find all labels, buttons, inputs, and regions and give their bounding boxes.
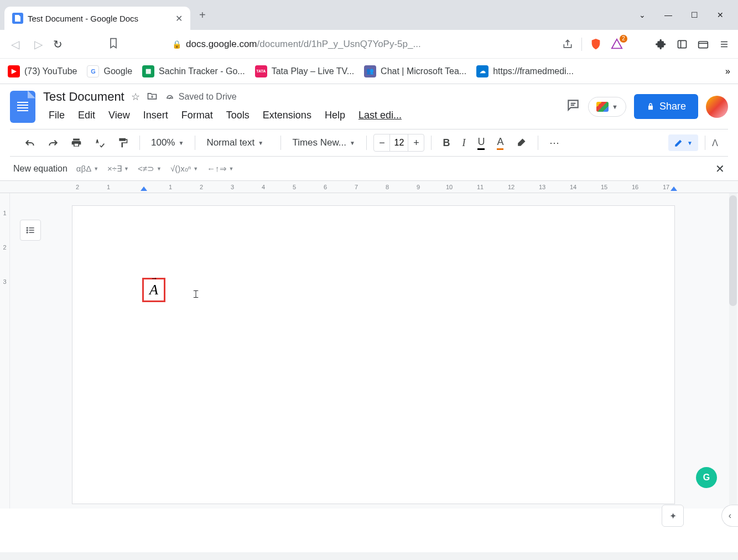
svg-rect-3 — [721, 41, 727, 42]
eq-relations-button[interactable]: <≠⊃ ▼ — [138, 164, 162, 174]
bookmark-teams[interactable]: 👥 Chat | Microsoft Tea... — [364, 65, 466, 77]
docs-logo[interactable] — [10, 91, 35, 123]
grammarly-icon[interactable]: G — [696, 467, 717, 488]
menu-format[interactable]: Format — [176, 107, 219, 123]
eq-greek-button[interactable]: αβΔ ▼ — [76, 164, 98, 173]
active-tab[interactable]: Test Document - Google Docs ✕ — [4, 7, 190, 30]
minimize-icon[interactable]: — — [660, 6, 677, 24]
toolbar: 100% ▼ Normal text ▼ Times New... ▼ − + … — [10, 129, 728, 157]
horizontal-scrollbar[interactable] — [0, 552, 738, 560]
onedrive-icon: ☁ — [476, 65, 488, 77]
font-size-input[interactable] — [389, 134, 408, 151]
outline-button[interactable] — [20, 220, 41, 241]
google-icon: G — [87, 65, 99, 77]
sheets-icon: ▦ — [142, 65, 154, 77]
explore-button[interactable]: ✦ — [662, 505, 684, 527]
menu-help[interactable]: Help — [319, 107, 351, 123]
last-edit-link[interactable]: Last edi... — [353, 107, 407, 123]
eq-operators-button[interactable]: ×÷∃ ▼ — [107, 164, 129, 174]
menu-tools[interactable]: Tools — [221, 107, 255, 123]
youtube-icon: ▶ — [8, 65, 20, 77]
highlight-button[interactable] — [511, 134, 531, 152]
user-avatar[interactable] — [706, 96, 728, 118]
save-status[interactable]: Saved to Drive — [164, 92, 237, 102]
brave-shield-icon[interactable] — [589, 37, 603, 51]
browser-menu-icon[interactable] — [717, 37, 731, 51]
editing-mode-button[interactable]: ▼ — [668, 134, 698, 151]
comments-icon[interactable] — [566, 98, 580, 116]
font-select[interactable]: Times New... ▼ — [288, 135, 360, 151]
share-button[interactable]: Share — [634, 94, 698, 119]
eq-math-button[interactable]: √()x₀ⁿ ▼ — [170, 164, 198, 174]
decrease-font-button[interactable]: − — [374, 134, 389, 151]
share-url-icon[interactable] — [560, 37, 575, 51]
svg-rect-5 — [721, 46, 727, 47]
bookmark-google[interactable]: G Google — [87, 65, 132, 77]
collapse-toolbar-button[interactable]: ᐱ — [712, 138, 718, 148]
undo-button[interactable] — [20, 135, 40, 151]
maximize-icon[interactable]: ☐ — [687, 6, 703, 24]
meet-button[interactable]: ▼ — [588, 97, 626, 117]
chevron-down-icon[interactable]: ⌄ — [635, 6, 650, 24]
close-tab-icon[interactable]: ✕ — [175, 13, 183, 24]
extensions-icon[interactable] — [654, 37, 668, 51]
close-window-icon[interactable]: ✕ — [713, 6, 728, 24]
menu-insert[interactable]: Insert — [138, 107, 174, 123]
sidepanel-icon[interactable] — [675, 37, 689, 51]
text-color-button[interactable]: A — [492, 133, 508, 153]
close-equation-bar-icon[interactable]: ✕ — [715, 162, 725, 175]
equation-object[interactable]: A — [142, 278, 165, 302]
star-icon[interactable]: ☆ — [131, 91, 140, 103]
italic-button[interactable]: I — [458, 134, 470, 152]
print-button[interactable] — [66, 134, 86, 152]
dropdown-arrow-icon: ▼ — [687, 140, 693, 146]
equation-toolbar: New equation αβΔ ▼ ×÷∃ ▼ <≠⊃ ▼ √()x₀ⁿ ▼ … — [0, 157, 738, 181]
bold-button[interactable]: B — [438, 134, 454, 152]
lock-icon — [646, 102, 655, 111]
paint-format-button[interactable] — [113, 134, 133, 152]
bookmark-sachin[interactable]: ▦ Sachin Tracker - Go... — [142, 65, 245, 77]
vertical-scrollbar[interactable] — [729, 193, 737, 509]
redo-button[interactable] — [43, 135, 63, 151]
dropdown-arrow-icon: ▼ — [258, 140, 263, 146]
document-page[interactable]: A 𝙸 — [72, 205, 675, 504]
svg-point-10 — [27, 230, 28, 231]
style-select[interactable]: Normal text ▼ — [202, 135, 274, 151]
browser-tab-bar: Test Document - Google Docs ✕ + ⌄ — ☐ ✕ — [0, 0, 738, 30]
right-indent-marker[interactable] — [671, 186, 677, 191]
increase-font-button[interactable]: + — [408, 134, 424, 151]
wallet-icon[interactable] — [696, 37, 710, 51]
move-icon[interactable] — [147, 91, 158, 103]
menu-extensions[interactable]: Extensions — [257, 107, 317, 123]
horizontal-ruler[interactable]: 2 1 1 2 3 4 5 6 7 8 9 10 11 12 13 14 15 … — [0, 181, 738, 193]
bookmarks-bar: ▶ (73) YouTube G Google ▦ Sachin Tracker… — [0, 59, 738, 84]
reload-button[interactable]: ↻ — [53, 38, 63, 51]
new-tab-button[interactable]: + — [199, 9, 206, 22]
new-equation-label[interactable]: New equation — [13, 164, 67, 174]
more-button[interactable]: ⋯ — [545, 133, 564, 152]
vertical-ruler[interactable]: 1 2 3 — [0, 193, 10, 509]
brave-rewards-icon[interactable]: 2 — [610, 37, 624, 51]
menu-edit[interactable]: Edit — [72, 107, 101, 123]
bookmark-framedmedi[interactable]: ☁ https://framedmedi... — [476, 65, 574, 77]
document-title[interactable]: Test Document — [43, 90, 124, 104]
dropdown-arrow-icon: ▼ — [350, 140, 355, 146]
bookmarks-overflow-icon[interactable]: » — [725, 66, 730, 76]
side-panel-toggle[interactable]: ‹ — [721, 505, 738, 527]
url-bar[interactable]: 🔒 docs.google.com/document/d/1hP_y_UsnQ7… — [164, 39, 554, 50]
eq-arrows-button[interactable]: ←↑⇒ ▼ — [207, 164, 233, 174]
menu-view[interactable]: View — [103, 107, 136, 123]
dropdown-arrow-icon: ▼ — [612, 103, 618, 110]
bookmark-icon[interactable] — [108, 38, 119, 51]
bookmark-tataplay[interactable]: TATA Tata Play – Live TV... — [255, 65, 354, 77]
spellcheck-button[interactable] — [90, 134, 110, 152]
menu-file[interactable]: File — [43, 107, 70, 123]
zoom-select[interactable]: 100% ▼ — [147, 135, 188, 151]
back-button[interactable]: ◁ — [7, 38, 23, 51]
forward-button[interactable]: ▷ — [30, 38, 46, 51]
pencil-icon — [674, 138, 684, 148]
left-indent-marker[interactable] — [141, 186, 147, 191]
scrollbar-thumb[interactable] — [729, 195, 737, 306]
underline-button[interactable]: U — [473, 133, 489, 153]
bookmark-youtube[interactable]: ▶ (73) YouTube — [8, 65, 77, 77]
